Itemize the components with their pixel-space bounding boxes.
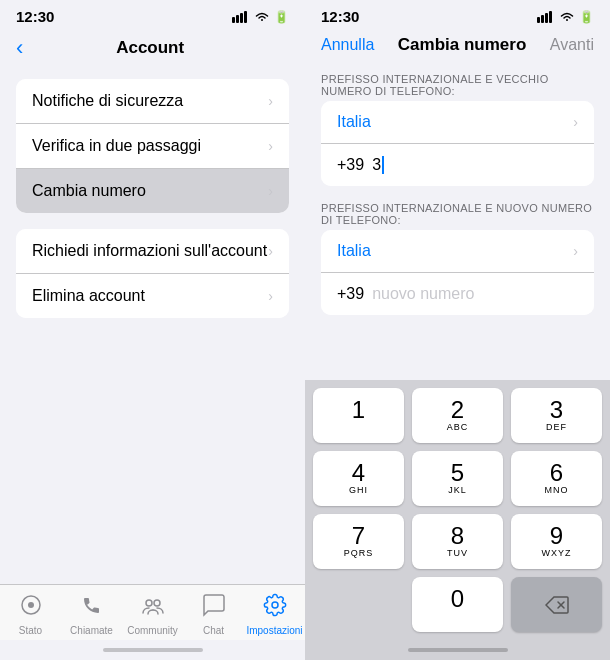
svg-rect-9 [541,15,544,23]
key-1[interactable]: 1 [313,388,404,443]
home-indicator-left [0,640,305,660]
tab-label-impostazioni: Impostazioni [246,625,302,636]
svg-rect-1 [236,15,239,23]
status-icons-left: 🔋 [232,10,289,24]
menu-item-request-info[interactable]: Richiedi informazioni sull'account › [16,229,289,274]
spacer [0,326,305,584]
key-main-0: 0 [451,587,464,611]
svg-rect-11 [549,11,552,23]
new-phone-input[interactable]: nuovo numero [372,285,474,303]
old-country-name: Italia [337,113,371,131]
menu-item-two-step[interactable]: Verifica in due passaggi › [16,124,289,169]
chevron-icon: › [268,288,273,304]
key-7[interactable]: 7 PQRS [313,514,404,569]
status-bar-left: 12:30 🔋 [0,0,305,29]
key-sub-6: MNO [545,485,569,496]
svg-rect-10 [545,13,548,23]
key-4[interactable]: 4 GHI [313,451,404,506]
key-empty [313,577,404,632]
old-country-row[interactable]: Italia › [321,101,594,143]
stato-icon [19,593,43,623]
key-main-7: 7 [352,524,365,548]
status-bar-right: 12:30 🔋 [305,0,610,29]
tab-stato[interactable]: Stato [0,593,61,636]
key-sub-7: PQRS [344,548,374,559]
key-9[interactable]: 9 WXYZ [511,514,602,569]
tab-bar-left: Stato Chiamate Community [0,584,305,640]
next-button[interactable]: Avanti [550,36,594,54]
old-phone-input[interactable]: 3 [372,156,381,174]
chevron-icon: › [268,243,273,259]
key-main-3: 3 [550,398,563,422]
wifi-icon [254,11,270,23]
back-button[interactable]: ‹ [16,35,23,61]
nav-bar-left: ‹ Account [0,29,305,71]
home-bar-right [408,648,508,652]
tab-community[interactable]: Community [122,593,183,636]
tab-label-chiamate: Chiamate [70,625,113,636]
left-panel: 12:30 🔋 ‹ Account Notifiche di sicurezza… [0,0,305,660]
tab-chiamate[interactable]: Chiamate [61,593,122,636]
cursor [382,156,384,174]
chevron-icon: › [268,138,273,154]
tab-chat[interactable]: Chat [183,593,244,636]
keypad: 1 2 ABC 3 DEF 4 GHI 5 JKL 6 MNO [305,380,610,640]
key-sub-3: DEF [546,422,567,433]
svg-rect-3 [244,11,247,23]
key-main-4: 4 [352,461,365,485]
old-number-section-label: PREFISSO INTERNAZIONALE E VECCHIO NUMERO… [305,65,610,101]
key-2[interactable]: 2 ABC [412,388,503,443]
home-indicator-right [305,640,610,660]
chevron-icon-country-2: › [573,243,578,259]
svg-rect-8 [537,17,540,23]
home-bar [103,648,203,652]
signal-icon [232,11,250,23]
key-delete[interactable] [511,577,602,632]
key-sub-8: TUV [447,548,468,559]
key-sub-2: ABC [447,422,469,433]
chevron-icon: › [268,93,273,109]
key-main-2: 2 [451,398,464,422]
new-phone-row[interactable]: +39 nuovo numero [321,272,594,315]
new-country-name: Italia [337,242,371,260]
menu-item-change-number[interactable]: Cambia numero › [16,169,289,213]
new-number-section: Italia › +39 nuovo numero [321,230,594,315]
wifi-icon-right [559,11,575,23]
menu-item-delete-account[interactable]: Elimina account › [16,274,289,318]
keypad-grid: 1 2 ABC 3 DEF 4 GHI 5 JKL 6 MNO [313,388,602,632]
menu-group-1: Notifiche di sicurezza › Verifica in due… [16,79,289,213]
key-3[interactable]: 3 DEF [511,388,602,443]
key-main-6: 6 [550,461,563,485]
delete-icon [545,596,569,614]
svg-rect-0 [232,17,235,23]
tab-label-community: Community [127,625,178,636]
chevron-icon: › [268,183,273,199]
old-number-section: Italia › +39 3 [321,101,594,186]
battery-icon: 🔋 [274,10,289,24]
cancel-button[interactable]: Annulla [321,36,374,54]
new-country-row[interactable]: Italia › [321,230,594,272]
new-number-section-label: PREFISSO INTERNAZIONALE E NUOVO NUMERO D… [305,194,610,230]
community-icon [141,593,165,623]
key-main-5: 5 [451,461,464,485]
time-right: 12:30 [321,8,359,25]
right-panel: 12:30 🔋 Annulla Cambia numero Avanti PRE… [305,0,610,660]
page-title-left: Account [31,38,269,58]
menu-group-2: Richiedi informazioni sull'account › Eli… [16,229,289,318]
menu-item-notifications[interactable]: Notifiche di sicurezza › [16,79,289,124]
key-main-1: 1 [352,398,365,422]
nav-bar-right: Annulla Cambia numero Avanti [305,29,610,65]
key-6[interactable]: 6 MNO [511,451,602,506]
key-sub-9: WXYZ [542,548,572,559]
old-phone-row[interactable]: +39 3 [321,143,594,186]
page-title-right: Cambia numero [374,35,549,55]
key-8[interactable]: 8 TUV [412,514,503,569]
tab-impostazioni[interactable]: Impostazioni [244,593,305,636]
new-phone-prefix: +39 [337,285,364,303]
tab-label-stato: Stato [19,625,42,636]
svg-point-5 [28,602,34,608]
key-0[interactable]: 0 [412,577,503,632]
old-phone-prefix: +39 [337,156,364,174]
chat-icon [202,593,226,623]
key-5[interactable]: 5 JKL [412,451,503,506]
